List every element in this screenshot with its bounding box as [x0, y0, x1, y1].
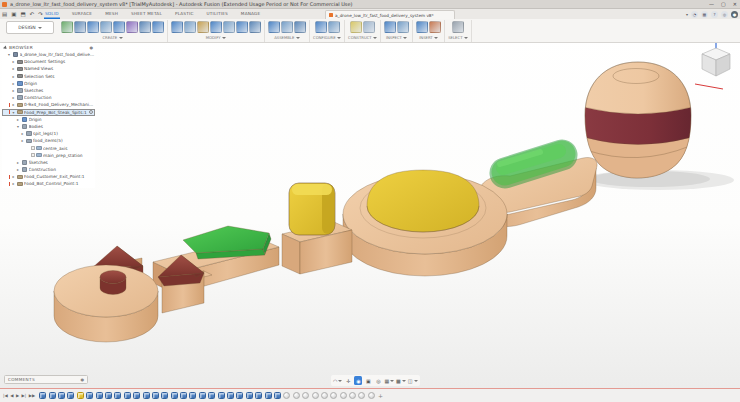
expander-expanded-icon[interactable]: ▾ [12, 109, 16, 116]
ribbon-tab-plastic[interactable]: PLASTIC [174, 9, 195, 19]
comments-bar[interactable]: COMMENTS ● [4, 375, 88, 384]
browser-row-bodies[interactable]: ▾Bodies [2, 123, 95, 130]
browser-row-a-drone-low-ltr-fast-food-delivery-system-v8[interactable]: ▾a_drone_low_ltr_fast_food_delivery_syst… [2, 51, 95, 58]
expander-collapsed-icon[interactable]: ▸ [12, 173, 16, 180]
browser-row-spit-legs-1-[interactable]: ▸spit_legs(1) [2, 130, 95, 137]
create-tool-icon-2[interactable] [87, 21, 99, 33]
ribbon-tab-sheet-metal[interactable]: SHEET METAL [130, 9, 163, 19]
help-icon[interactable]: ? [711, 11, 718, 18]
ribbon-tab-surface[interactable]: SURFACE [71, 9, 93, 19]
expander-expanded-icon[interactable]: ▾ [7, 51, 11, 58]
ribbon-group-label-assemble[interactable]: ASSEMBLE [274, 35, 300, 40]
ribbon-tab-manage[interactable]: MANAGE [240, 9, 262, 19]
timeline-add-marker[interactable]: + [378, 392, 383, 399]
browser-row-document-settings[interactable]: ▸Document Settings [2, 58, 95, 65]
browser-row-named-views[interactable]: ▸Named Views [2, 65, 95, 72]
visibility-checkbox[interactable] [31, 153, 35, 157]
expander-collapsed-icon[interactable]: ▸ [16, 159, 20, 166]
browser-row-construction[interactable]: ▸Construction [2, 94, 95, 101]
profile-avatar[interactable]: ● [731, 11, 738, 18]
timeline-feature[interactable] [171, 392, 178, 399]
grid-settings-icon[interactable]: ▩ [396, 376, 406, 385]
expander-collapsed-icon[interactable]: ▸ [21, 130, 25, 137]
timeline-feature[interactable] [199, 392, 206, 399]
modify-tool-icon-0[interactable] [171, 21, 183, 33]
timeline-feature[interactable] [218, 392, 225, 399]
timeline-feature[interactable] [143, 392, 150, 399]
redo-icon[interactable]: ↷ [38, 9, 43, 19]
model-part-yellow-block[interactable] [289, 183, 335, 235]
minimize-button[interactable]: — [709, 0, 714, 9]
browser-row-food-bot-control-point-1[interactable]: ▸Food_Bot_Control_Point:1 [2, 180, 95, 187]
timeline-feature[interactable] [58, 392, 65, 399]
timeline-feature[interactable] [189, 392, 196, 399]
timeline-feature[interactable] [96, 392, 103, 399]
create-tool-icon-3[interactable] [100, 21, 112, 33]
browser-row-construction[interactable]: ▸Construction [2, 166, 95, 173]
insert-tool-icon-1[interactable] [429, 21, 441, 33]
timeline-feature-ball[interactable] [293, 392, 300, 399]
panel-options-icon[interactable]: ● [90, 45, 94, 50]
skip-to-end-icon[interactable]: ▶▶ [29, 393, 35, 398]
browser-row-0-9x4-food-delivery-mechanism-1[interactable]: ▸0-9x4_Food_Delivery_Mechanism:1 [2, 101, 95, 108]
timeline-feature[interactable] [246, 392, 253, 399]
expander-collapsed-icon[interactable]: ▸ [12, 94, 16, 101]
step-back-icon[interactable]: ◀ [10, 393, 13, 398]
timeline-feature[interactable] [274, 392, 281, 399]
visibility-checkbox[interactable] [31, 146, 35, 150]
model-part-disc-knob[interactable] [100, 271, 126, 295]
assemble-tool-icon-1[interactable] [281, 21, 293, 33]
timeline-feature-selected[interactable] [77, 392, 84, 399]
timeline-feature[interactable] [236, 392, 243, 399]
document-tab[interactable]: a_drone_low_ltr_fast_food_delivery_syste… [325, 10, 455, 19]
comments-options-icon[interactable]: ● [81, 377, 85, 382]
file-icon[interactable]: ▣ [11, 9, 16, 19]
display-settings-icon[interactable]: ▦ [384, 376, 394, 385]
timeline-feature-ball[interactable] [312, 392, 319, 399]
timeline-feature[interactable] [265, 392, 272, 399]
timeline-feature-ball[interactable] [302, 392, 309, 399]
configure-tool-icon-1[interactable] [328, 21, 340, 33]
ribbon-group-label-inspect[interactable]: INSPECT [386, 35, 408, 40]
timeline-feature[interactable] [114, 392, 121, 399]
expander-collapsed-icon[interactable]: ▸ [12, 73, 16, 80]
timeline-feature[interactable] [124, 392, 131, 399]
model-part-green-plate[interactable] [183, 226, 271, 259]
job-status-icon[interactable]: ◔ [691, 11, 698, 18]
inspect-tool-icon-1[interactable] [397, 21, 409, 33]
timeline-feature-ball[interactable] [283, 392, 290, 399]
ribbon-group-label-construct[interactable]: CONSTRUCT [348, 35, 377, 40]
browser-row-main-prep-station[interactable]: main_prep_station [2, 152, 95, 159]
timeline-feature-ball[interactable] [349, 392, 356, 399]
ribbon-group-label-modify[interactable]: MODIFY [206, 35, 226, 40]
ribbon-tab-utilities[interactable]: UTILITIES [206, 9, 229, 19]
create-tool-icon-5[interactable] [126, 21, 138, 33]
modify-tool-icon-1[interactable] [184, 21, 196, 33]
browser-row-origin[interactable]: ▸Origin [2, 116, 95, 123]
skip-to-start-icon[interactable]: |◀ [3, 393, 8, 398]
browser-row-centre-axis[interactable]: centre_axis [2, 144, 95, 151]
ribbon-tab-solid[interactable]: SOLID [44, 9, 60, 19]
timeline-feature[interactable] [255, 392, 262, 399]
ribbon-group-label-insert[interactable]: INSERT [419, 35, 438, 40]
timeline-feature[interactable] [208, 392, 215, 399]
expander-collapsed-icon[interactable]: ▸ [12, 80, 16, 87]
browser-header[interactable]: BROWSER ● [2, 44, 95, 51]
close-button[interactable]: ✕ [733, 0, 737, 9]
timeline-feature-ball[interactable] [330, 392, 337, 399]
ribbon-tab-mesh[interactable]: MESH [104, 9, 119, 19]
timeline-feature[interactable] [161, 392, 168, 399]
fit-icon[interactable]: ▣ [364, 376, 372, 385]
create-tool-icon-0[interactable] [61, 21, 73, 33]
construct-tool-icon-0[interactable] [350, 21, 362, 33]
timeline-feature[interactable] [67, 392, 74, 399]
timeline-feature[interactable] [227, 392, 234, 399]
zoom-icon[interactable]: ◉ [354, 376, 362, 385]
ribbon-group-label-create[interactable]: CREATE [102, 35, 122, 40]
expander-collapsed-icon[interactable]: ▸ [16, 166, 20, 173]
create-tool-icon-7[interactable] [152, 21, 164, 33]
tab-options-chevron-icon[interactable]: ▾ [686, 11, 688, 18]
modify-tool-icon-4[interactable] [223, 21, 235, 33]
pan-icon[interactable]: ✛ [344, 376, 352, 385]
modify-tool-icon-5[interactable] [236, 21, 248, 33]
